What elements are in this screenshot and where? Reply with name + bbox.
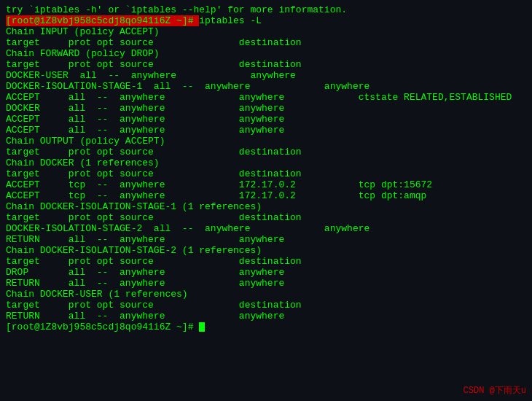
terminal-line: ACCEPT all -- anywhere anywhere <box>6 125 526 136</box>
terminal-line: ACCEPT tcp -- anywhere 172.17.0.2 tcp dp… <box>6 179 526 190</box>
terminal-line: ACCEPT tcp -- anywhere 172.17.0.2 tcp dp… <box>6 190 526 201</box>
terminal-line: RETURN all -- anywhere anywhere <box>6 234 526 245</box>
terminal-window: try `iptables -h' or `iptables --help' f… <box>0 0 532 401</box>
watermark: CSDN @下雨天u <box>463 384 526 397</box>
terminal-line: Chain DOCKER-ISOLATION-STAGE-2 (1 refere… <box>6 245 526 256</box>
terminal-line: target prot opt source destination <box>6 256 526 267</box>
terminal-line: target prot opt source destination <box>6 147 526 157</box>
terminal-line: target prot opt source destination <box>6 300 526 311</box>
terminal-line: target prot opt source destination <box>6 168 526 179</box>
terminal-line: ACCEPT all -- anywhere anywhere ctstate … <box>6 92 526 103</box>
terminal-line: target prot opt source destination <box>6 212 526 223</box>
terminal-line: target prot opt source destination <box>6 59 526 70</box>
terminal-line: DOCKER-ISOLATION-STAGE-2 all -- anywhere… <box>6 223 526 234</box>
terminal-line: Chain DOCKER-USER (1 references) <box>6 289 526 300</box>
terminal-content: try `iptables -h' or `iptables --help' f… <box>6 4 526 332</box>
terminal-line: [root@iZ8vbj958c5cdj8qo941i6Z ~]# iptabl… <box>6 15 526 26</box>
prompt-text: [root@iZ8vbj958c5cdj8qo941i6Z ~]# <box>6 322 199 332</box>
terminal-line: Chain INPUT (policy ACCEPT) <box>6 26 526 37</box>
command-text: iptables -L <box>199 15 262 26</box>
terminal-line: target prot opt source destination <box>6 37 526 48</box>
terminal-line: DOCKER-USER all -- anywhere anywhere <box>6 70 526 81</box>
prompt-highlight: [root@iZ8vbj958c5cdj8qo941i6Z ~]# <box>6 15 199 26</box>
cursor <box>199 322 205 332</box>
terminal-line: Chain DOCKER-ISOLATION-STAGE-1 (1 refere… <box>6 201 526 212</box>
terminal-line: RETURN all -- anywhere anywhere <box>6 278 526 289</box>
terminal-line: [root@iZ8vbj958c5cdj8qo941i6Z ~]# <box>6 322 526 332</box>
terminal-line: Chain FORWARD (policy DROP) <box>6 48 526 59</box>
terminal-line: DROP all -- anywhere anywhere <box>6 267 526 278</box>
terminal-line: RETURN all -- anywhere anywhere <box>6 311 526 322</box>
terminal-line: ACCEPT all -- anywhere anywhere <box>6 114 526 125</box>
terminal-line: DOCKER all -- anywhere anywhere <box>6 103 526 114</box>
terminal-line: try `iptables -h' or `iptables --help' f… <box>6 4 526 15</box>
terminal-line: Chain DOCKER (1 references) <box>6 157 526 168</box>
terminal-line: DOCKER-ISOLATION-STAGE-1 all -- anywhere… <box>6 81 526 92</box>
terminal-line: Chain OUTPUT (policy ACCEPT) <box>6 136 526 147</box>
